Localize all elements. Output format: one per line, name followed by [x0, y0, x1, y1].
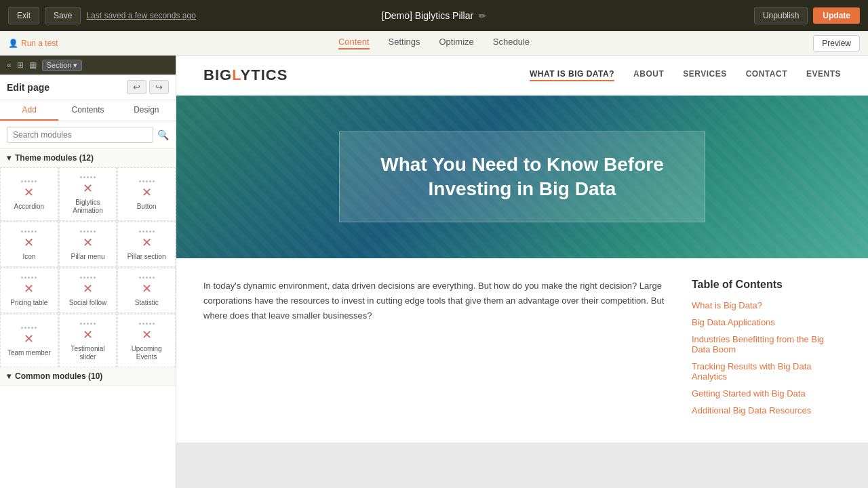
module-upcoming-events-label: Upcoming Events	[122, 345, 171, 361]
theme-modules-grid: Accordion Biglytics Animation Button	[0, 167, 176, 367]
nav-contact[interactable]: CONTACT	[746, 69, 787, 81]
section-bar: « ⊞ ▦ Section ▾	[0, 56, 176, 75]
body-content: In today's dynamic environment, data dri…	[176, 258, 868, 443]
common-modules-label: Common modules (10)	[15, 371, 102, 381]
tab-settings[interactable]: Settings	[389, 37, 420, 49]
module-pillar-menu[interactable]: Pillar menu	[59, 222, 117, 267]
team-member-icon	[21, 331, 37, 346]
exit-button[interactable]: Exit	[8, 7, 39, 24]
toc-link-2[interactable]: Big Data Applications	[692, 317, 841, 327]
theme-modules-chevron: ▾	[7, 153, 11, 163]
body-main: In today's dynamic environment, data dri…	[203, 279, 665, 422]
logo-text-ytics: YTICS	[241, 66, 288, 83]
panel-tabs: Add Contents Design	[0, 100, 176, 121]
common-modules-chevron: ▾	[7, 371, 11, 381]
common-modules-header[interactable]: ▾ Common modules (10)	[0, 367, 176, 386]
social-follow-icon	[80, 281, 96, 296]
page-preview: BIGLYTICS WHAT IS BIG DATA? ABOUT SERVIC…	[176, 56, 868, 443]
module-statistic[interactable]: Statistic	[117, 268, 176, 313]
module-icon[interactable]: Icon	[0, 222, 58, 267]
module-upcoming-events[interactable]: Upcoming Events	[117, 314, 176, 367]
edit-panel-title: Edit page	[7, 82, 50, 93]
section-dropdown[interactable]: Section ▾	[42, 60, 83, 71]
edit-title-icon[interactable]: ✏	[479, 11, 486, 21]
toc-link-6[interactable]: Additional Big Data Resources	[692, 405, 841, 415]
saved-status[interactable]: Last saved a few seconds ago	[86, 11, 195, 20]
toc-link-4[interactable]: Tracking Results with Big Data Analytics	[692, 361, 841, 382]
upcoming-events-icon	[139, 327, 155, 342]
nav-about[interactable]: ABOUT	[633, 69, 664, 81]
toc-link-5[interactable]: Getting Started with Big Data	[692, 388, 841, 399]
module-button[interactable]: Button	[117, 167, 176, 221]
layout-icon: ▦	[29, 60, 37, 70]
tab-contents[interactable]: Contents	[58, 100, 117, 121]
statistic-icon	[139, 281, 155, 296]
module-accordion[interactable]: Accordion	[0, 167, 58, 221]
save-button[interactable]: Save	[45, 7, 81, 24]
tab-add[interactable]: Add	[0, 100, 58, 121]
page-title-area: [Demo] Biglytics Pillar ✏	[382, 10, 486, 21]
module-pillar-section[interactable]: Pillar section	[117, 222, 176, 267]
logo-text-big: BIG	[203, 66, 232, 83]
top-bar: Exit Save Last saved a few seconds ago […	[0, 0, 868, 31]
undo-redo-group: ↩ ↪	[127, 80, 169, 94]
tab-optimize[interactable]: Optimize	[439, 37, 474, 49]
module-social-follow-label: Social follow	[69, 299, 107, 307]
grid-icon: ⊞	[17, 60, 24, 70]
pillar-menu-icon	[80, 235, 96, 250]
icon-icon	[21, 235, 37, 250]
search-input[interactable]	[7, 127, 153, 143]
search-area: 🔍	[0, 121, 176, 149]
edit-panel: Edit page ↩ ↪	[0, 75, 176, 100]
page-title: [Demo] Biglytics Pillar	[382, 10, 473, 21]
update-button[interactable]: Update	[813, 7, 860, 24]
theme-modules-header[interactable]: ▾ Theme modules (12)	[0, 149, 176, 167]
accordion-icon	[21, 184, 37, 200]
module-pricing-table[interactable]: Pricing table	[0, 268, 58, 313]
hero-section: What You Need to Know BeforeInvesting in…	[176, 96, 868, 258]
nav-events[interactable]: EVENTS	[806, 69, 841, 81]
site-logo: BIGLYTICS	[203, 66, 288, 84]
testimonial-slider-icon	[80, 327, 96, 342]
biglytics-animation-icon	[80, 180, 96, 196]
modules-scroll: ▾ Theme modules (12) Accordion	[0, 149, 176, 488]
preview-button[interactable]: Preview	[813, 35, 860, 52]
top-bar-right: Unpublish Update	[754, 7, 860, 24]
second-bar: 👤 Run a test Content Settings Optimize S…	[0, 31, 868, 56]
tab-schedule[interactable]: Schedule	[493, 37, 530, 49]
toc-link-3[interactable]: Industries Benefitting from the Big Data…	[692, 334, 841, 354]
module-biglytics-animation-label: Biglytics Animation	[64, 199, 113, 215]
run-test-link[interactable]: 👤 Run a test	[8, 39, 58, 48]
module-button-label: Button	[137, 203, 157, 211]
toc-link-1[interactable]: What is Big Data?	[692, 300, 841, 310]
unpublish-button[interactable]: Unpublish	[754, 7, 808, 24]
dropdown-arrow: ▾	[73, 61, 77, 70]
module-social-follow[interactable]: Social follow	[59, 268, 117, 313]
module-pillar-menu-label: Pillar menu	[71, 253, 104, 261]
section-label: Section	[47, 61, 72, 69]
collapse-icon[interactable]: «	[7, 60, 12, 70]
module-team-member[interactable]: Team member	[0, 314, 58, 367]
logo-accent: L	[232, 66, 240, 83]
hero-text-box: What You Need to Know BeforeInvesting in…	[339, 131, 705, 223]
undo-button[interactable]: ↩	[127, 80, 146, 94]
site-nav: WHAT IS BIG DATA? ABOUT SERVICES CONTACT…	[530, 69, 841, 81]
hero-title: What You Need to Know BeforeInvesting in…	[380, 152, 663, 202]
nav-services[interactable]: SERVICES	[683, 69, 726, 81]
search-button[interactable]: 🔍	[157, 129, 169, 140]
pillar-section-icon	[139, 235, 155, 250]
run-test-label: Run a test	[21, 39, 58, 48]
button-icon	[139, 184, 155, 200]
module-biglytics-animation[interactable]: Biglytics Animation	[59, 167, 117, 221]
tab-content[interactable]: Content	[338, 37, 370, 49]
nav-what-is-big-data[interactable]: WHAT IS BIG DATA?	[530, 69, 614, 81]
toc-title: Table of Contents	[692, 279, 841, 291]
user-icon: 👤	[8, 39, 18, 48]
module-testimonial-slider[interactable]: Testimonial slider	[59, 314, 117, 367]
module-statistic-label: Statistic	[135, 299, 159, 307]
theme-modules-label: Theme modules (12)	[15, 153, 94, 163]
tab-design[interactable]: Design	[117, 100, 176, 121]
toc-sidebar: Table of Contents What is Big Data? Big …	[692, 279, 841, 422]
module-team-member-label: Team member	[7, 349, 51, 357]
redo-button[interactable]: ↪	[149, 80, 169, 94]
